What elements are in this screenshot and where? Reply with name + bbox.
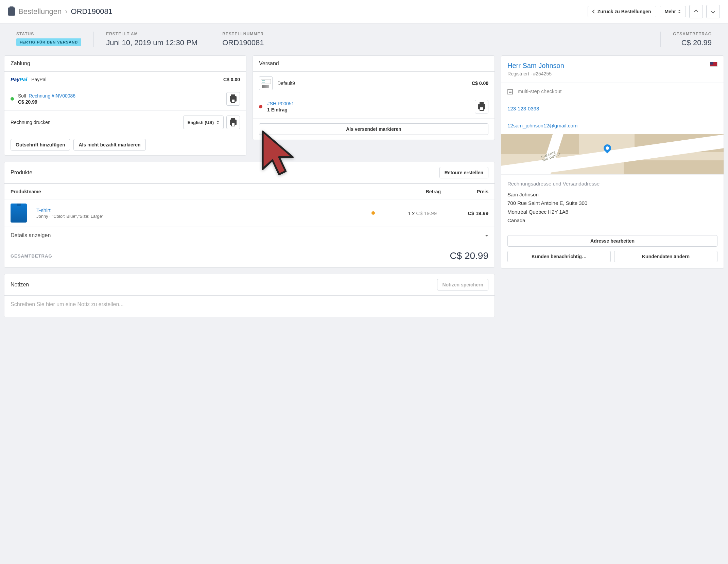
customer-email-row: 12sam_johnson12@gmail.com	[501, 117, 724, 134]
back-to-orders-button[interactable]: Zurück zu Bestellungen	[588, 6, 656, 17]
package-icon	[259, 76, 273, 90]
product-name-link[interactable]: T-shirt	[36, 207, 51, 213]
col-amount: Betrag	[393, 189, 441, 194]
paypal-icon: PayPal	[11, 76, 27, 82]
summary-status: STATUS FERTIG FÜR DEN VERSAND	[8, 32, 93, 47]
page-header: Bestellungen › ORD190081 Zurück zu Beste…	[0, 0, 728, 23]
details-toggle[interactable]: Details anzeigen	[4, 227, 495, 244]
payment-title: Zahlung	[11, 60, 30, 67]
payment-method-amount: C$ 0.00	[223, 77, 240, 82]
col-price: Preis	[441, 189, 488, 194]
list-icon	[507, 89, 513, 94]
chevron-right-icon: ›	[65, 7, 67, 16]
shipping-title: Versand	[259, 60, 279, 67]
ordernum-value: ORD190081	[222, 38, 264, 47]
notify-customer-button[interactable]: Kunden benachrichtig…	[507, 251, 611, 262]
payment-invoice-row: Soll Rechnung #INV00086 C$ 20.99	[4, 87, 246, 111]
payment-method-name: PayPal	[31, 77, 46, 82]
print-invoice-row: Rechnung drucken English (US)	[4, 111, 246, 134]
grand-total-label: GESAMTBETRAG	[11, 253, 52, 259]
chevron-down-icon	[711, 10, 715, 13]
create-return-button[interactable]: Retoure erstellen	[439, 167, 488, 178]
header-actions: Zurück zu Bestellungen Mehr	[588, 5, 720, 18]
print-invoice-lang-button[interactable]	[226, 116, 240, 129]
shipping-method-name: Default9	[277, 81, 295, 86]
address-line2: Montréal Quebec H2Y 1A6	[507, 208, 717, 216]
product-row: T-shirt Jonny · "Color: Blue","Size: Lar…	[4, 199, 495, 227]
shipping-card: Versand Default9 C$ 0.00 #SHIP00051 1 Ei…	[253, 55, 495, 140]
chevron-left-icon	[592, 10, 596, 13]
customer-card: Herr Sam Johnson Registriert · #254255 m…	[501, 55, 724, 269]
caret-updown-icon	[216, 121, 219, 124]
more-menu-button[interactable]: Mehr	[660, 6, 686, 17]
print-icon	[230, 120, 237, 125]
customer-email-link[interactable]: 12sam_johnson12@gmail.com	[507, 123, 577, 128]
more-label: Mehr	[665, 9, 676, 14]
products-title: Produkte	[11, 170, 32, 176]
status-label: STATUS	[16, 32, 81, 36]
details-toggle-label: Details anzeigen	[11, 232, 51, 239]
print-invoice-button[interactable]	[226, 92, 240, 106]
language-selected: English (US)	[188, 120, 214, 125]
breadcrumb-parent[interactable]: Bestellungen	[18, 7, 62, 16]
status-dot-green	[11, 97, 14, 101]
status-dot-red	[259, 105, 262, 108]
add-credit-button[interactable]: Gutschrift hinzufügen	[11, 139, 70, 151]
next-order-button[interactable]	[706, 5, 720, 18]
grand-total-value: C$ 20.99	[450, 250, 488, 261]
status-dot-orange	[371, 211, 375, 215]
shipment-row: #SHIP00051 1 Eintrag	[253, 95, 495, 119]
notes-title: Notizen	[11, 282, 29, 288]
invoice-amount: C$ 20.99	[18, 99, 75, 105]
invoice-link[interactable]: Rechnung #INV00086	[29, 93, 75, 99]
shipment-count: 1 Eintrag	[267, 107, 294, 112]
breadcrumb-current: ORD190081	[71, 7, 112, 16]
back-label: Zurück zu Bestellungen	[597, 9, 651, 14]
address-line1: 700 Rue Saint Antoine E, Suite 300	[507, 199, 717, 208]
ordernum-label: BESTELLNUMMER	[222, 32, 264, 36]
print-shipment-button[interactable]	[475, 100, 488, 113]
summary-total: GESAMTBETRAG C$ 20.99	[660, 32, 720, 47]
customer-phone-row: 123-123-0393	[501, 100, 724, 117]
created-value: Juni 10, 2019 um 12:30 PM	[106, 38, 197, 47]
product-sub: Jonny · "Color: Blue","Size: Large"	[36, 214, 367, 219]
save-notes-button[interactable]: Notizen speichern	[437, 279, 488, 290]
notes-textarea[interactable]	[4, 296, 495, 316]
address-name: Sam Johnson	[507, 190, 717, 199]
product-thumbnail	[11, 204, 27, 223]
print-invoice-label: Rechnung drucken	[11, 120, 51, 125]
total-label: GESAMTBETRAG	[673, 32, 712, 36]
shipment-link[interactable]: #SHIP00051	[267, 101, 294, 106]
payment-state-label: Soll	[18, 93, 26, 99]
products-table-header: Produktname Betrag Preis	[4, 183, 495, 199]
chevron-up-icon	[694, 10, 698, 13]
customer-registration: Registriert · #254255	[507, 71, 564, 76]
created-label: ERSTELLT AM	[106, 32, 197, 36]
customer-phone-link[interactable]: 123-123-0393	[507, 106, 539, 111]
mark-unpaid-button[interactable]: Als nicht bezahlt markieren	[73, 139, 145, 151]
mark-shipped-button[interactable]: Als versendet markieren	[259, 123, 488, 135]
edit-address-button[interactable]: Adresse bearbeiten	[507, 235, 717, 247]
clipboard-icon	[8, 7, 15, 16]
summary-created: ERSTELLT AM Juni 10, 2019 um 12:30 PM	[93, 32, 210, 47]
checkout-type-row: multi-step checkout	[501, 83, 724, 100]
shipping-method-row: Default9 C$ 0.00	[253, 72, 495, 95]
print-icon	[230, 96, 237, 102]
caret-updown-icon	[678, 10, 681, 13]
payment-card: Zahlung PayPal PayPal C$ 0.00 Soll Rechn…	[4, 55, 246, 156]
payment-method-row: PayPal PayPal C$ 0.00	[4, 72, 246, 87]
notes-card: Notizen Notizen speichern	[4, 274, 495, 317]
col-product-name: Produktname	[11, 189, 393, 194]
edit-customer-button[interactable]: Kundendaten ändern	[614, 251, 717, 262]
grand-total-row: GESAMTBETRAG C$ 20.99	[4, 244, 495, 267]
products-card: Produkte Retoure erstellen Produktname B…	[4, 162, 495, 268]
flag-us-icon	[710, 62, 717, 67]
address-title: Rechnungsadresse und Versandadresse	[507, 179, 717, 188]
invoice-language-select[interactable]: English (US)	[183, 116, 224, 129]
prev-order-button[interactable]	[689, 5, 703, 18]
address-map[interactable]: E-MARIERIE OUEST	[501, 134, 724, 175]
chevron-down-icon	[485, 235, 488, 236]
print-icon	[478, 104, 485, 109]
customer-name-link[interactable]: Herr Sam Johnson	[507, 62, 564, 70]
summary-order-number: BESTELLNUMMER ORD190081	[210, 32, 276, 47]
